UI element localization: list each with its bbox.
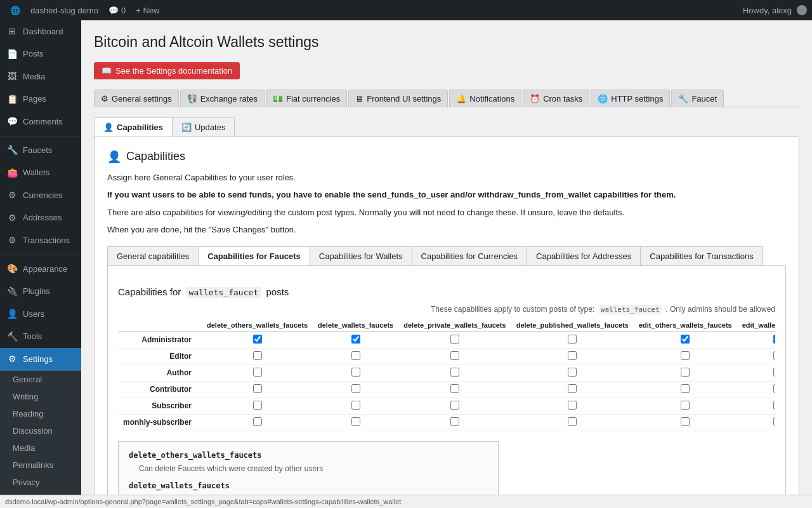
cap-checkbox[interactable] bbox=[450, 417, 459, 426]
sidebar-item-dashboard[interactable]: ⊞ Dashboard bbox=[0, 20, 81, 43]
info-text-3: There are also capabilities for viewing/… bbox=[107, 206, 786, 219]
sidebar-label-currencies: Currencies bbox=[23, 190, 63, 201]
cap-tab-general-label: General capabilities bbox=[117, 251, 189, 261]
cap-checkbox[interactable] bbox=[773, 335, 775, 344]
cap-checkbox[interactable] bbox=[253, 417, 262, 426]
cap-checkbox[interactable] bbox=[773, 401, 775, 410]
docs-button-label: See the Settings documentation bbox=[115, 66, 232, 76]
submenu-discussion[interactable]: Discussion bbox=[0, 422, 81, 439]
tab-general[interactable]: ⚙ General settings bbox=[94, 90, 179, 107]
cap-checkbox[interactable] bbox=[351, 384, 360, 393]
cap-checkbox[interactable] bbox=[253, 335, 262, 344]
tab-frontend-icon: 🖥 bbox=[355, 94, 363, 104]
sidebar-item-addresses[interactable]: ⚙ Addresses bbox=[0, 207, 81, 230]
cap-checkbox[interactable] bbox=[568, 335, 577, 344]
cap-tab-transactions[interactable]: Capabilities for Transactions bbox=[640, 246, 763, 265]
cap-checkbox[interactable] bbox=[253, 384, 262, 393]
docs-button[interactable]: 📖 See the Settings documentation bbox=[94, 62, 240, 79]
role-cell: Subscriber bbox=[118, 398, 202, 414]
cap-checkbox[interactable] bbox=[568, 368, 577, 377]
sidebar-item-settings[interactable]: ⚙ Settings bbox=[0, 348, 81, 371]
cap-checkbox[interactable] bbox=[681, 335, 690, 344]
tab-exchange[interactable]: 💱 Exchange rates bbox=[180, 90, 265, 107]
submenu-general[interactable]: General bbox=[0, 371, 81, 388]
sidebar-item-appearance[interactable]: 🎨 Appearance bbox=[0, 258, 81, 281]
cap-checkbox[interactable] bbox=[773, 384, 775, 393]
tab-http[interactable]: 🌐 HTTP settings bbox=[591, 90, 670, 107]
posts-icon: 📄 bbox=[6, 48, 18, 61]
cap-table-body: AdministratorEditorAuthorContributorSubs… bbox=[118, 331, 775, 431]
sidebar-item-transactions[interactable]: ⚙ Transactions bbox=[0, 229, 81, 252]
sidebar-label-settings: Settings bbox=[23, 354, 53, 365]
adminbar-comments[interactable]: 💬 0 bbox=[103, 0, 131, 20]
cap-checkbox[interactable] bbox=[568, 417, 577, 426]
cap-checkbox[interactable] bbox=[681, 368, 690, 377]
adminbar-wp-icon[interactable]: 🌐 bbox=[5, 0, 25, 20]
cap-checkbox[interactable] bbox=[450, 384, 459, 393]
tab-cron[interactable]: ⏰ Cron tasks bbox=[523, 90, 589, 107]
cap-tab-wallets[interactable]: Capabilities for Wallets bbox=[310, 246, 412, 265]
submenu-permalinks[interactable]: Permalinks bbox=[0, 457, 81, 474]
table-row: monhly-subscriber bbox=[118, 414, 775, 431]
cap-checkbox[interactable] bbox=[773, 417, 775, 426]
adminbar-site-name[interactable]: dashed-slug demo bbox=[25, 0, 103, 20]
cap-tab-faucets[interactable]: Capabilities for Faucets bbox=[198, 246, 310, 265]
sidebar-item-comments[interactable]: 💬 Comments bbox=[0, 110, 81, 133]
sidebar-item-currencies[interactable]: ⚙ Currencies bbox=[0, 184, 81, 207]
cap-checkbox[interactable] bbox=[568, 351, 577, 360]
cap-tab-addresses[interactable]: Capabilities for Addresses bbox=[527, 246, 641, 265]
table-header-row: delete_others_wallets_faucets delete_wal… bbox=[118, 319, 775, 332]
cap-checkbox[interactable] bbox=[450, 351, 459, 360]
cap-desc-name: delete_others_wallets_faucets bbox=[129, 450, 488, 462]
cap-checkbox[interactable] bbox=[253, 401, 262, 410]
cap-checkbox[interactable] bbox=[351, 335, 360, 344]
transactions-icon: ⚙ bbox=[6, 234, 18, 247]
cap-checkbox[interactable] bbox=[253, 351, 262, 360]
sidebar-item-faucets[interactable]: 🔧 Faucets bbox=[0, 139, 81, 162]
cap-checkbox[interactable] bbox=[450, 401, 459, 410]
cap-checkbox[interactable] bbox=[773, 351, 775, 360]
sidebar-item-wallets[interactable]: 👛 Wallets bbox=[0, 162, 81, 185]
tab-updates[interactable]: 🔄 Updates bbox=[172, 117, 235, 137]
cap-checkbox[interactable] bbox=[568, 384, 577, 393]
cap-checkbox[interactable] bbox=[351, 401, 360, 410]
cap-tab-currencies[interactable]: Capabilities for Currencies bbox=[412, 246, 527, 265]
status-bar-url: dsdemo.local/wp-admin/options-general.ph… bbox=[5, 498, 401, 505]
tab-faucet[interactable]: 🔧 Faucet bbox=[671, 90, 724, 107]
cap-checkbox[interactable] bbox=[681, 384, 690, 393]
submenu-privacy[interactable]: Privacy bbox=[0, 474, 81, 491]
sidebar-item-media[interactable]: 🖼 Media bbox=[0, 65, 81, 88]
cap-desc-name: delete_wallets_faucets bbox=[129, 480, 488, 492]
tab-capabilities[interactable]: 👤 Capabilities bbox=[94, 117, 173, 137]
cap-checkbox-cell bbox=[202, 331, 313, 348]
sidebar-label-plugins: Plugins bbox=[23, 286, 50, 297]
cap-checkbox[interactable] bbox=[450, 368, 459, 377]
role-cell: Author bbox=[118, 364, 202, 381]
sidebar-item-tools[interactable]: 🔨 Tools bbox=[0, 326, 81, 349]
tab-fiat[interactable]: 💵 Fiat currencies bbox=[266, 90, 347, 107]
cap-checkbox[interactable] bbox=[450, 335, 459, 344]
cap-checkbox[interactable] bbox=[351, 417, 360, 426]
cap-checkbox[interactable] bbox=[681, 351, 690, 360]
cap-checkbox[interactable] bbox=[568, 401, 577, 410]
tab-notifications[interactable]: 🔔 Notifications bbox=[449, 90, 521, 107]
sidebar-item-posts[interactable]: 📄 Posts bbox=[0, 43, 81, 66]
cap-checkbox-cell bbox=[398, 364, 511, 381]
sidebar-item-users[interactable]: 👤 Users bbox=[0, 303, 81, 326]
cap-checkbox[interactable] bbox=[253, 368, 262, 377]
cap-tab-general[interactable]: General capabilities bbox=[107, 246, 199, 265]
adminbar-new[interactable]: + New bbox=[131, 0, 164, 20]
cap-checkbox[interactable] bbox=[351, 368, 360, 377]
cap-checkbox[interactable] bbox=[351, 351, 360, 360]
cap-checkbox[interactable] bbox=[681, 401, 690, 410]
tab-frontend[interactable]: 🖥 Frontend UI settings bbox=[348, 90, 448, 107]
submenu-reading[interactable]: Reading bbox=[0, 405, 81, 422]
sidebar-item-pages[interactable]: 📋 Pages bbox=[0, 88, 81, 111]
cap-checkbox[interactable] bbox=[773, 368, 775, 377]
cap-checkbox[interactable] bbox=[681, 417, 690, 426]
submenu-writing[interactable]: Writing bbox=[0, 388, 81, 405]
submenu-media[interactable]: Media bbox=[0, 439, 81, 457]
cap-checkbox-cell bbox=[313, 398, 398, 414]
cap-checkbox-cell bbox=[511, 364, 634, 381]
sidebar-item-plugins[interactable]: 🔌 Plugins bbox=[0, 281, 81, 304]
